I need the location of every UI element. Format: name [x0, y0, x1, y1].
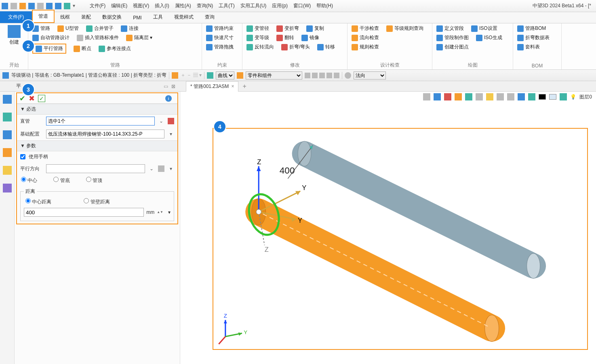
- menu-tools[interactable]: 工具(T): [216, 1, 237, 11]
- cursor-icon[interactable]: [172, 72, 178, 79]
- menu-file[interactable]: 文件(F): [87, 1, 108, 11]
- ct-7-icon[interactable]: [486, 93, 493, 100]
- ltb-user-icon[interactable]: [3, 184, 12, 192]
- print-icon[interactable]: [37, 3, 44, 9]
- cmd-refpoint[interactable]: 参考连接点: [99, 45, 131, 52]
- undo-icon[interactable]: [46, 3, 53, 9]
- cmd-bendtable[interactable]: 折弯数据表: [517, 34, 550, 41]
- layer-bulb-icon[interactable]: 💡: [570, 94, 576, 100]
- menu-help[interactable]: 帮助(H): [314, 1, 335, 11]
- cmd-parallel-route[interactable]: 平行管路: [32, 44, 66, 54]
- panel-close-icon[interactable]: ⊠: [171, 84, 175, 89]
- radio-bottom[interactable]: 管底: [53, 177, 69, 184]
- input-dir-dd-icon[interactable]: ⌄: [148, 166, 155, 172]
- input-pipe[interactable]: [46, 117, 155, 126]
- cancel-icon[interactable]: ✖: [29, 94, 35, 103]
- redo-icon[interactable]: [55, 3, 61, 9]
- cmd-break[interactable]: 断点: [74, 45, 91, 52]
- info-icon[interactable]: i: [165, 95, 172, 102]
- f-icon-3[interactable]: [319, 73, 325, 78]
- radio-centerdist[interactable]: 中心距离: [25, 198, 51, 205]
- ribbon-tab-visual[interactable]: 视觉样式: [168, 11, 199, 23]
- cmd-segdraw[interactable]: 管段制作图: [436, 34, 469, 41]
- cmd-nesting[interactable]: 套料表: [517, 44, 540, 50]
- cmd-defsegment[interactable]: 定义管段: [436, 25, 464, 32]
- cmd-changebend[interactable]: 变折弯: [276, 25, 299, 32]
- section-params[interactable]: ▼ 参数: [17, 140, 177, 151]
- f-icon-1[interactable]: [305, 73, 310, 78]
- ct-12-icon[interactable]: [560, 93, 567, 100]
- f-icon-4[interactable]: [326, 73, 332, 78]
- ok-icon[interactable]: ✔: [19, 94, 25, 103]
- radio-top[interactable]: 管顶: [86, 177, 102, 184]
- cmd-isogen[interactable]: ISO生成: [476, 34, 502, 41]
- f-icon-5[interactable]: [334, 73, 339, 78]
- cmd-quickdim[interactable]: 快速尺寸: [206, 34, 234, 41]
- cmd-route[interactable]: 管路: [32, 25, 50, 32]
- cmd-mirror[interactable]: 镜像: [301, 34, 319, 41]
- ribbon-tab-pipe[interactable]: 管道: [32, 10, 55, 23]
- cmd-transfer[interactable]: 转移: [317, 44, 335, 50]
- radio-walldist[interactable]: 管壁距离: [84, 198, 110, 205]
- radio-center[interactable]: 中心: [21, 177, 37, 184]
- box-icon[interactable]: [237, 72, 243, 79]
- globe-icon[interactable]: [345, 72, 351, 79]
- cmd-changelevel[interactable]: 变等级: [246, 34, 269, 41]
- cmd-changedia[interactable]: 变管径: [246, 25, 269, 32]
- cmd-bendtype[interactable]: 折弯/弯头: [281, 44, 310, 50]
- ltb-tree-icon[interactable]: [3, 113, 12, 121]
- ltb-pipe-icon[interactable]: [3, 95, 12, 104]
- doc-tab-active[interactable]: * 管路001.Z3ASM ×: [186, 81, 238, 92]
- section-required[interactable]: ▼ 必选: [17, 104, 177, 115]
- ct-4-icon[interactable]: [455, 93, 462, 100]
- cmd-splitpoint[interactable]: 创建分图点: [436, 44, 469, 50]
- ct-3-icon[interactable]: [444, 93, 451, 100]
- input-direction[interactable]: [46, 164, 145, 173]
- ltb-image-icon[interactable]: [3, 166, 12, 175]
- filter-sel2[interactable]: 零件和组件: [246, 71, 302, 79]
- cmd-autoroute[interactable]: 自动管路设计: [32, 34, 69, 41]
- cmd-rulequery[interactable]: 等级规则查询: [386, 25, 423, 32]
- cmd-revflow[interactable]: 反转流向: [246, 44, 274, 50]
- cmd-drag[interactable]: 管路拖拽: [206, 44, 234, 50]
- app-icon[interactable]: [2, 3, 8, 9]
- menu-view[interactable]: 视图(V): [131, 1, 152, 11]
- canvas[interactable]: 💡 图层0: [180, 92, 596, 364]
- ct-1-icon[interactable]: [423, 93, 430, 100]
- ribbon-tab-assembly[interactable]: 装配: [76, 11, 97, 23]
- save-icon[interactable]: [28, 3, 35, 9]
- ribbon-tab-pmi[interactable]: PMI: [127, 13, 147, 23]
- ct-8-icon[interactable]: [497, 93, 504, 100]
- menu-attr[interactable]: 属性(A): [173, 1, 194, 11]
- qat-dropdown-icon[interactable]: ▾: [73, 3, 79, 9]
- doc-tab-close-icon[interactable]: ×: [231, 84, 234, 89]
- cmd-copy[interactable]: 复制: [306, 25, 324, 32]
- cmd-rulecheck[interactable]: 规则检查: [352, 44, 379, 50]
- apply-icon[interactable]: ✓: [38, 95, 45, 102]
- panel-min-icon[interactable]: ▭: [164, 84, 168, 89]
- ct-10-icon[interactable]: [518, 93, 525, 100]
- ltb-box-icon[interactable]: [3, 148, 12, 157]
- cmd-constraint[interactable]: 管路约束: [206, 25, 234, 32]
- f-icon-2[interactable]: [312, 73, 318, 78]
- cmd-isolate[interactable]: 隔离层 ▾: [126, 34, 152, 41]
- menu-edit[interactable]: 编辑(E): [109, 1, 130, 11]
- input-basecfg-dd-icon[interactable]: ▾: [168, 131, 174, 137]
- menu-insert[interactable]: 插入(I): [152, 1, 171, 11]
- filter-sel3[interactable]: 法向: [354, 71, 386, 79]
- ltb-layers-icon[interactable]: [3, 130, 12, 139]
- cmd-merge[interactable]: 合并管子: [86, 25, 114, 32]
- refresh-icon[interactable]: [64, 3, 70, 9]
- open-icon[interactable]: [19, 3, 26, 9]
- ribbon-tab-wire[interactable]: 线框: [55, 11, 76, 23]
- dist-more-icon[interactable]: ▾: [168, 209, 171, 215]
- cmd-utube[interactable]: U型管: [57, 25, 79, 32]
- cmd-flowcheck[interactable]: 流向检查: [352, 34, 379, 41]
- ribbon-tab-tools[interactable]: 工具: [147, 11, 168, 23]
- input-pipe-dd-icon[interactable]: ⌄: [158, 118, 164, 124]
- ct-9-icon[interactable]: [507, 93, 514, 100]
- swatch-black[interactable]: [539, 94, 546, 100]
- cmd-insert-std[interactable]: 插入管路标准件: [77, 34, 119, 41]
- input-dir-more-icon[interactable]: ▾: [168, 166, 174, 172]
- menu-utils[interactable]: 实用工具(U): [238, 1, 269, 11]
